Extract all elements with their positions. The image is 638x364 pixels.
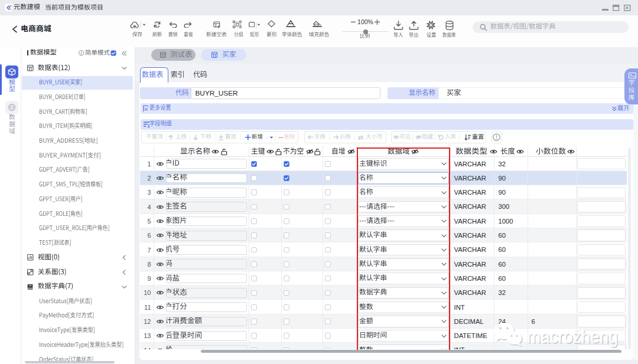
svg-text:macrozheng: macrozheng	[527, 326, 618, 347]
